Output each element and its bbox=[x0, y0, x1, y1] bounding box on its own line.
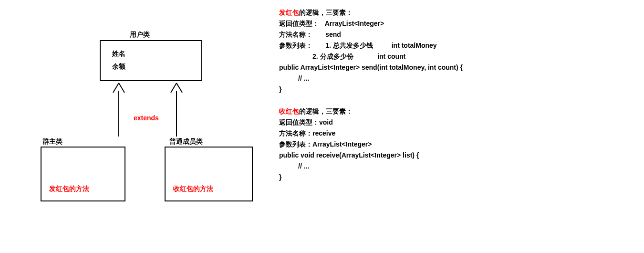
receive-param-line: 参数列表：ArrayList<Integer> bbox=[279, 139, 463, 150]
send-title-rest: 的逻辑，三要素： bbox=[299, 9, 353, 16]
member-class-box: 收红包的方法 bbox=[165, 147, 253, 201]
owner-class-title: 群主类 bbox=[42, 137, 62, 146]
arrow-right-head bbox=[170, 82, 183, 94]
user-class-box: 姓名 余额 bbox=[100, 40, 202, 81]
user-class-title: 用户类 bbox=[130, 31, 150, 39]
receive-body: // ... bbox=[279, 161, 463, 172]
receive-method-line: 方法名称：receive bbox=[279, 128, 463, 139]
user-class-field-balance: 余额 bbox=[112, 63, 125, 71]
receive-return-line: 返回值类型：void bbox=[279, 117, 463, 128]
receive-title-red: 收红包 bbox=[279, 107, 299, 115]
receive-close: } bbox=[279, 172, 463, 183]
send-param2-line: 2. 分成多少份 int count bbox=[279, 51, 463, 62]
send-body: // ... bbox=[279, 73, 463, 84]
svg-line-3 bbox=[177, 83, 182, 93]
send-param1-line: 参数列表： 1. 总共发多少钱 int totalMoney bbox=[279, 40, 463, 51]
receive-title-line: 收红包的逻辑，三要素： bbox=[279, 106, 463, 117]
code-description-panel: 发红包的逻辑，三要素： 返回值类型： ArrayList<Integer> 方法… bbox=[279, 7, 463, 183]
svg-line-1 bbox=[119, 83, 125, 93]
send-title-red: 发红包 bbox=[279, 9, 299, 16]
user-class-field-name: 姓名 bbox=[112, 50, 125, 58]
member-class-title: 普通成员类 bbox=[169, 137, 203, 146]
send-method-line: 方法名称： send bbox=[279, 29, 463, 40]
arrow-left-head bbox=[112, 82, 125, 94]
arrow-left-line bbox=[118, 91, 119, 137]
send-close: } bbox=[279, 84, 463, 95]
owner-class-box: 发红包的方法 bbox=[41, 147, 125, 201]
member-class-method: 收红包的方法 bbox=[173, 185, 213, 193]
arrow-right-line bbox=[176, 91, 177, 137]
extends-label: extends bbox=[134, 114, 159, 122]
svg-line-0 bbox=[113, 83, 119, 93]
send-return-line: 返回值类型： ArrayList<Integer> bbox=[279, 18, 463, 29]
svg-line-2 bbox=[171, 83, 177, 93]
send-signature: public ArrayList<Integer> send(int total… bbox=[279, 62, 463, 73]
receive-title-rest: 的逻辑，三要素： bbox=[299, 107, 353, 115]
send-title-line: 发红包的逻辑，三要素： bbox=[279, 7, 463, 18]
owner-class-method: 发红包的方法 bbox=[49, 185, 89, 193]
receive-signature: public void receive(ArrayList<Integer> l… bbox=[279, 150, 463, 161]
